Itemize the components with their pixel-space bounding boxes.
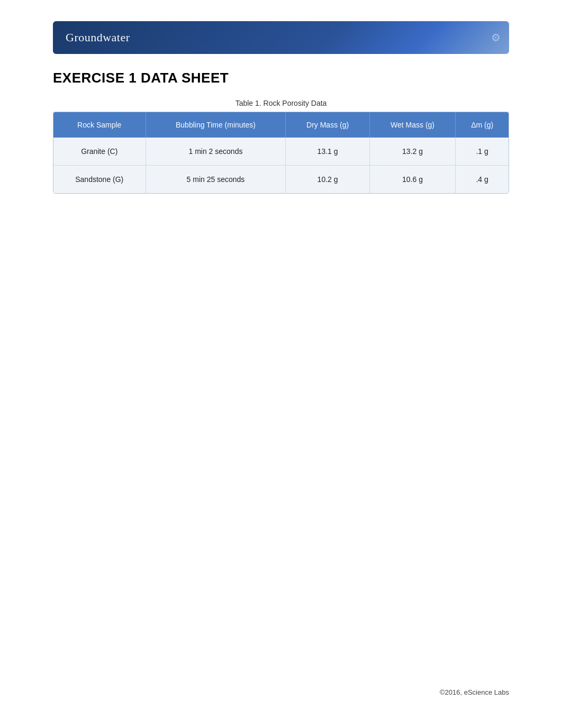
col-header-dry-mass: Dry Mass (g) [286, 112, 369, 138]
col-header-bubbling-time: Bubbling Time (minutes) [146, 112, 286, 138]
page-title: EXERCISE 1 DATA SHEET [53, 70, 509, 86]
cell-wet-mass-0: 13.2 g [369, 138, 456, 166]
cell-wet-mass-1: 10.6 g [369, 166, 456, 194]
header-title: Groundwater [66, 31, 130, 44]
cell-rock-sample-1: Sandstone (G) [53, 166, 146, 194]
cell-rock-sample-0: Granite (C) [53, 138, 146, 166]
table-caption: Table 1. Rock Porosity Data [53, 99, 509, 107]
footer-copyright: ©2016, eScience Labs [440, 688, 509, 696]
cell-delta-m-0: .1 g [456, 138, 509, 166]
col-header-wet-mass: Wet Mass (g) [369, 112, 456, 138]
cell-dry-mass-1: 10.2 g [286, 166, 369, 194]
table-row: Granite (C) 1 min 2 seconds 13.1 g 13.2 … [53, 138, 509, 166]
gear-icon: ⚙ [491, 31, 501, 44]
page-wrapper: Groundwater ⚙ EXERCISE 1 DATA SHEET Tabl… [0, 0, 562, 225]
col-header-rock-sample: Rock Sample [53, 112, 146, 138]
col-header-delta-m: Δm (g) [456, 112, 509, 138]
table-row: Sandstone (G) 5 min 25 seconds 10.2 g 10… [53, 166, 509, 194]
data-table: Rock Sample Bubbling Time (minutes) Dry … [53, 112, 509, 193]
cell-delta-m-1: .4 g [456, 166, 509, 194]
data-table-wrapper: Rock Sample Bubbling Time (minutes) Dry … [53, 112, 509, 194]
cell-bubbling-time-1: 5 min 25 seconds [146, 166, 286, 194]
table-header-row: Rock Sample Bubbling Time (minutes) Dry … [53, 112, 509, 138]
cell-bubbling-time-0: 1 min 2 seconds [146, 138, 286, 166]
header-banner: Groundwater ⚙ [53, 21, 509, 54]
cell-dry-mass-0: 13.1 g [286, 138, 369, 166]
